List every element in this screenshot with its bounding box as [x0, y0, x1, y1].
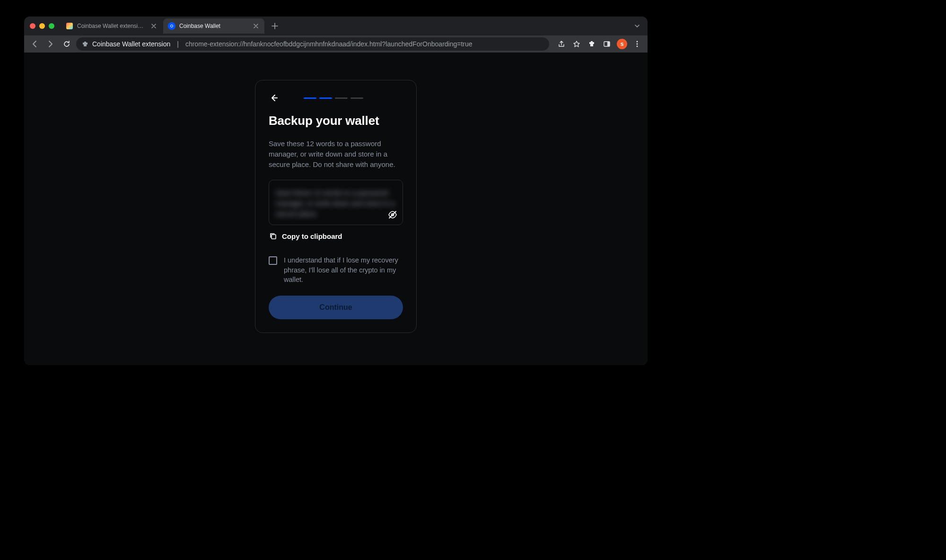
progress-step-2	[319, 97, 332, 99]
bookmark-icon[interactable]	[570, 37, 583, 51]
toolbar-actions: s	[555, 37, 644, 51]
svg-rect-6	[272, 235, 276, 239]
toolbar: Coinbase Wallet extension | chrome-exten…	[24, 35, 648, 52]
acknowledgement-row: I understand that if I lose my recovery …	[269, 255, 403, 284]
back-arrow-button[interactable]	[269, 93, 279, 103]
reload-button[interactable]	[60, 37, 73, 51]
profile-avatar[interactable]: s	[615, 37, 629, 51]
new-tab-button[interactable]	[268, 19, 281, 33]
card-description: Save these 12 words to a password manage…	[269, 139, 403, 169]
progress-step-4	[350, 97, 363, 99]
svg-rect-1	[607, 42, 610, 46]
tabs-overflow-button[interactable]	[634, 23, 640, 29]
copy-to-clipboard-button[interactable]: Copy to clipboard	[269, 232, 403, 240]
tab-title: Coinbase Wallet extension - Ch	[77, 23, 146, 29]
svg-point-2	[637, 41, 638, 43]
extensions-icon[interactable]	[585, 37, 598, 51]
recovery-phrase-box: Save these 12 words to a password manage…	[269, 180, 403, 225]
card-header	[269, 93, 403, 103]
back-button[interactable]	[28, 37, 41, 51]
copy-icon	[269, 232, 277, 240]
progress-step-3	[335, 97, 348, 99]
tab-coinbase-extension[interactable]: Coinbase Wallet extension - Ch	[61, 18, 162, 34]
recovery-phrase-hidden: Save these 12 words to a password manage…	[276, 188, 396, 219]
avatar-letter: s	[617, 39, 627, 49]
address-separator: |	[177, 40, 179, 48]
reveal-phrase-button[interactable]	[387, 210, 398, 220]
tab-title: Coinbase Wallet	[179, 23, 248, 29]
menu-icon[interactable]	[631, 37, 644, 51]
address-main: Coinbase Wallet extension	[92, 40, 170, 48]
svg-point-3	[637, 44, 638, 45]
progress-indicator	[304, 97, 363, 99]
share-icon[interactable]	[555, 37, 568, 51]
minimize-window-button[interactable]	[39, 23, 45, 29]
extension-icon	[82, 41, 88, 47]
close-tab-button[interactable]	[150, 22, 158, 30]
progress-step-1	[304, 97, 316, 99]
address-bar[interactable]: Coinbase Wallet extension | chrome-exten…	[76, 37, 549, 51]
maximize-window-button[interactable]	[49, 23, 54, 29]
wallet-favicon-icon	[66, 22, 73, 30]
svg-point-4	[637, 46, 638, 47]
address-rest: chrome-extension://hnfanknocfeofbddgcijn…	[185, 40, 473, 48]
forward-button[interactable]	[44, 37, 57, 51]
tab-bar: Coinbase Wallet extension - Ch Coinbase …	[24, 17, 648, 35]
close-tab-button[interactable]	[252, 22, 260, 30]
continue-button[interactable]: Continue	[269, 296, 403, 319]
continue-label: Continue	[319, 303, 352, 312]
page-content: Backup your wallet Save these 12 words t…	[24, 52, 648, 365]
copy-label: Copy to clipboard	[282, 232, 342, 240]
window-controls	[30, 23, 54, 29]
acknowledgement-text: I understand that if I lose my recovery …	[284, 255, 403, 284]
card-title: Backup your wallet	[269, 114, 403, 128]
browser-window: Coinbase Wallet extension - Ch Coinbase …	[24, 17, 648, 365]
close-window-button[interactable]	[30, 23, 35, 29]
coinbase-favicon-icon	[168, 22, 175, 30]
tab-coinbase-wallet[interactable]: Coinbase Wallet	[163, 18, 264, 34]
sidepanel-icon[interactable]	[600, 37, 613, 51]
backup-wallet-card: Backup your wallet Save these 12 words t…	[255, 80, 417, 333]
acknowledgement-checkbox[interactable]	[269, 256, 277, 265]
